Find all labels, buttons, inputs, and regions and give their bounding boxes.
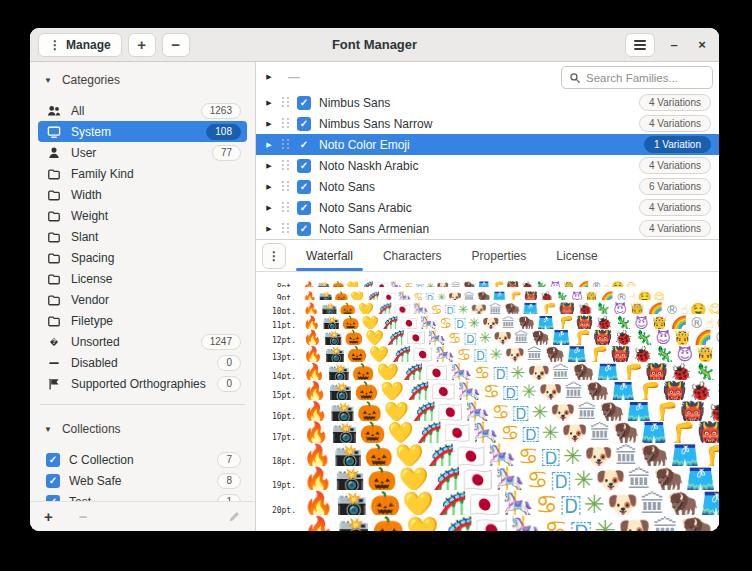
expander-icon[interactable]: ▶ — [264, 225, 274, 233]
collection-item-test[interactable]: ✓Test1 — [38, 491, 247, 501]
font-family-row-nimbus-sans-narrow[interactable]: ▶✓Nimbus Sans Narrow4 Variations — [256, 113, 719, 134]
font-enabled-checkbox[interactable]: ✓ — [297, 117, 311, 131]
check-icon: ✓ — [49, 475, 57, 486]
waterfall-size-label: 15pt. — [262, 391, 296, 400]
expander-icon[interactable]: ▶ — [264, 183, 274, 191]
sidebar-item-spacing[interactable]: Spacing — [38, 247, 247, 268]
waterfall-row-9pt: 9pt.🔥📸🎃💛🎢🇯🇵🎠♋🇩✳🐶🏛🦬🩳🦵👹🐞🦎😈🤴🌈®☝🤤😋 — [262, 287, 719, 300]
drag-handle-icon[interactable] — [282, 118, 289, 129]
tab-properties[interactable]: Properties — [470, 240, 529, 271]
waterfall-size-label: 11pt. — [262, 321, 296, 329]
sidebar-item-slant[interactable]: Slant — [38, 226, 247, 247]
close-button[interactable]: × — [693, 36, 711, 54]
people-icon — [46, 103, 62, 119]
collection-item-web-safe[interactable]: ✓Web Safe8 — [38, 470, 247, 491]
font-enabled-checkbox[interactable]: ✓ — [297, 159, 311, 173]
sidebar-item-system[interactable]: System108 — [38, 121, 247, 142]
waterfall-glyph-run: 🔥📸🎃💛🎢🇯🇵🎠♋🇩✳🐶🏛🦬🩳🦵👹🐞🦎😈🤴🌈®☝🤤😋 — [303, 400, 719, 421]
font-enabled-checkbox[interactable]: ✓ — [297, 138, 311, 152]
sidebar-item-width[interactable]: Width — [38, 184, 247, 205]
font-enabled-checkbox[interactable]: ✓ — [297, 222, 311, 236]
waterfall-row-15pt: 15pt.🔥📸🎃💛🎢🇯🇵🎠♋🇩✳🐶🏛🦬🩳🦵👹🐞🦎😈🤴🌈®☝🤤😋 — [262, 380, 719, 400]
variations-badge: 6 Variations — [639, 178, 711, 195]
preview-tabbar: ⋮ WaterfallCharactersPropertiesLicense — [256, 240, 719, 272]
count-badge: 1247 — [201, 334, 241, 350]
font-enabled-checkbox[interactable]: ✓ — [297, 96, 311, 110]
add-collection-button[interactable]: + — [44, 509, 53, 524]
count-badge: 1263 — [201, 103, 241, 119]
font-enabled-checkbox[interactable]: ✓ — [297, 180, 311, 194]
window-content: ▼ Categories All1263System108User77Famil… — [30, 62, 719, 531]
waterfall-glyph-run: 🔥📸🎃💛🎢🇯🇵🎠♋🇩✳🐶🏛🦬🩳🦵👹🐞🦎😈🤴🌈®☝🤤😋 — [303, 362, 719, 380]
expander-icon[interactable]: ▶ — [264, 120, 274, 128]
font-family-row-nimbus-sans[interactable]: ▶✓Nimbus Sans4 Variations — [256, 92, 719, 113]
hamburger-icon — [634, 38, 646, 52]
expand-all-icon[interactable]: ▶ — [264, 73, 274, 81]
sidebar-item-label: Vendor — [71, 293, 241, 307]
check-icon: ✓ — [300, 139, 308, 150]
drag-handle-icon[interactable] — [282, 223, 289, 234]
waterfall-glyph-run: 🔥📸🎃💛🎢🇯🇵🎠♋🇩✳🐶🏛🦬🩳🦵👹🐞🦎😈🤴🌈®☝🤤😋 — [303, 466, 719, 490]
categories-header[interactable]: ▼ Categories — [30, 68, 255, 92]
drag-handle-icon[interactable] — [282, 139, 289, 150]
drag-handle-icon[interactable] — [282, 97, 289, 108]
remove-fonts-button[interactable]: − — [162, 33, 190, 57]
search-icon — [569, 72, 581, 84]
tab-license[interactable]: License — [554, 240, 599, 271]
collection-item-label: C Collection — [69, 453, 208, 467]
waterfall-row-17pt: 17pt.🔥📸🎃💛🎢🇯🇵🎠♋🇩✳🐶🏛🦬🩳🦵👹🐞🦎😈🤴🌈®☝🤤😋 — [262, 421, 719, 443]
collection-item-c-collection[interactable]: ✓C Collection7 — [38, 449, 247, 470]
font-family-row-noto-naskh-arabic[interactable]: ▶✓Noto Naskh Arabic4 Variations — [256, 155, 719, 176]
svg-text:?: ? — [52, 338, 56, 345]
rename-collection-pencil-icon[interactable] — [228, 510, 241, 523]
font-enabled-checkbox[interactable]: ✓ — [297, 201, 311, 215]
collection-checkbox[interactable]: ✓ — [46, 453, 60, 467]
remove-collection-button[interactable]: − — [79, 509, 88, 524]
expander-icon[interactable]: ▶ — [264, 204, 274, 212]
expander-icon[interactable]: ▶ — [264, 162, 274, 170]
select-all-dash[interactable]: — — [288, 70, 300, 84]
sidebar-item-all[interactable]: All1263 — [38, 100, 247, 121]
collections-header-label: Collections — [62, 422, 121, 436]
font-family-row-noto-sans-armenian[interactable]: ▶✓Noto Sans Armenian4 Variations — [256, 218, 719, 239]
waterfall-row-12pt: 12pt.🔥📸🎃💛🎢🇯🇵🎠♋🇩✳🐶🏛🦬🩳🦵👹🐞🦎😈🤴🌈®☝🤤😋 — [262, 329, 719, 345]
waterfall-glyph-run: 🔥📸🎃💛🎢🇯🇵🎠♋🇩✳🐶🏛🦬🩳🦵👹🐞🦎😈🤴🌈®☝🤤😋 — [303, 345, 719, 362]
expander-icon[interactable]: ▶ — [264, 141, 274, 149]
add-fonts-button[interactable]: + — [128, 33, 156, 57]
drag-handle-icon[interactable] — [282, 181, 289, 192]
waterfall-size-label: 14pt. — [262, 372, 296, 380]
check-icon: ✓ — [300, 223, 308, 234]
sidebar-item-weight[interactable]: Weight — [38, 205, 247, 226]
collection-checkbox[interactable]: ✓ — [46, 474, 60, 488]
preview-menu-button[interactable]: ⋮ — [262, 243, 286, 269]
chevron-down-icon: ▼ — [44, 76, 52, 85]
app-menu-button[interactable] — [625, 33, 655, 57]
tab-waterfall[interactable]: Waterfall — [304, 240, 355, 271]
sidebar-item-family-kind[interactable]: Family Kind — [38, 163, 247, 184]
check-icon: ✓ — [300, 202, 308, 213]
collections-header[interactable]: ▼ Collections — [30, 417, 255, 441]
search-input[interactable] — [586, 72, 705, 84]
sidebar-item-vendor[interactable]: Vendor — [38, 289, 247, 310]
sidebar-item-disabled[interactable]: Disabled0 — [38, 352, 247, 373]
sidebar-item-filetype[interactable]: Filetype — [38, 310, 247, 331]
font-family-row-noto-color-emoji[interactable]: ▶✓Noto Color Emoji1 Variation — [256, 134, 719, 155]
sidebar-separator — [40, 404, 245, 405]
sidebar-item-license[interactable]: License — [38, 268, 247, 289]
sidebar-item-supported-orthographies[interactable]: Supported Orthographies0 — [38, 373, 247, 394]
drag-handle-icon[interactable] — [282, 160, 289, 171]
search-entry[interactable] — [561, 66, 713, 89]
minimize-button[interactable]: – — [665, 36, 683, 54]
expander-icon[interactable]: ▶ — [264, 99, 274, 107]
drag-handle-icon[interactable] — [282, 202, 289, 213]
manage-button[interactable]: ⋮ Manage — [38, 33, 122, 57]
minus-icon: − — [171, 36, 180, 53]
tab-characters[interactable]: Characters — [381, 240, 444, 271]
sidebar-item-unsorted[interactable]: ?Unsorted1247 — [38, 331, 247, 352]
waterfall-row-21pt: 21pt.🔥📸🎃💛🎢🇯🇵🎠♋🇩✳🐶🏛🦬🩳🦵👹🐞🦎😈🤴🌈®☝🤤😋 — [262, 515, 719, 531]
font-family-row-noto-sans[interactable]: ▶✓Noto Sans6 Variations — [256, 176, 719, 197]
font-family-row-noto-sans-arabic[interactable]: ▶✓Noto Sans Arabic4 Variations — [256, 197, 719, 218]
monitor-icon — [46, 124, 62, 140]
waterfall-glyph-run: 🔥📸🎃💛🎢🇯🇵🎠♋🇩✳🐶🏛🦬🩳🦵👹🐞🦎😈🤴🌈®☝🤤😋 — [303, 515, 719, 531]
sidebar-item-user[interactable]: User77 — [38, 142, 247, 163]
